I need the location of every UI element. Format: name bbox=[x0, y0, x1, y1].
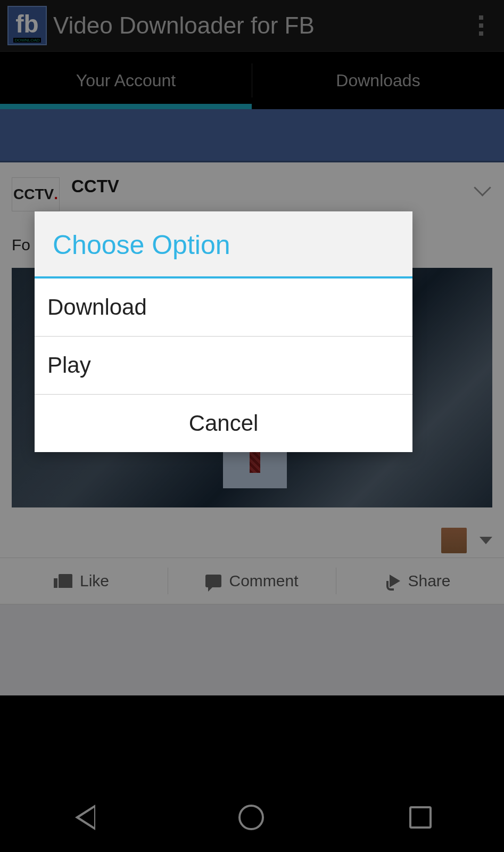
dialog-cancel-button[interactable]: Cancel bbox=[35, 395, 412, 452]
choose-option-dialog: Choose Option Download Play Cancel bbox=[35, 211, 412, 452]
dialog-title: Choose Option bbox=[35, 211, 412, 276]
dialog-option-play[interactable]: Play bbox=[35, 337, 412, 395]
dialog-option-download[interactable]: Download bbox=[35, 278, 412, 337]
